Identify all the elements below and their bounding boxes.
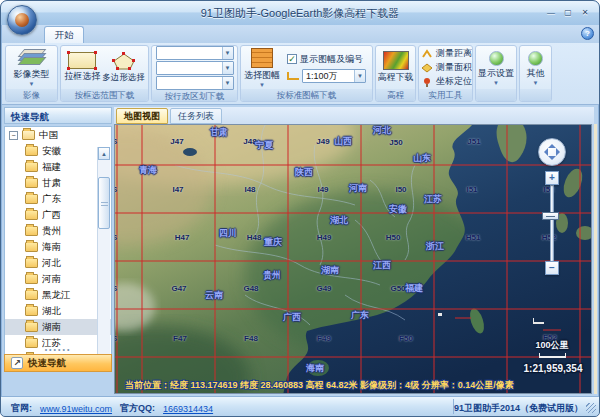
tree-item-安徽[interactable]: 安徽 [5, 143, 111, 159]
province-label: 陕西 [295, 166, 313, 179]
quick-nav-header: 快速导航 [4, 107, 112, 124]
grid-cell-label: I50 [395, 185, 406, 194]
scroll-up-icon[interactable]: ▲ [98, 147, 110, 160]
quick-nav-bottom-button[interactable]: ↗ 快速导航 [4, 354, 112, 372]
pan-down-icon[interactable] [548, 156, 556, 164]
province-label: 河北 [373, 124, 391, 137]
zoom-in-button[interactable]: + [545, 171, 559, 185]
group-caption: 影像 [6, 89, 57, 101]
province-label: 四川 [219, 227, 237, 240]
show-sheet-checkbox-row[interactable]: ✓ 显示图幅及编号 [284, 52, 369, 66]
app-logo-orb-icon[interactable] [7, 5, 37, 35]
province-label: 甘肃 [210, 126, 228, 139]
tree-item-湖南[interactable]: 湖南 [5, 319, 111, 335]
rect-select-icon [68, 52, 96, 69]
ribbon: 影像类型 ▼ 影像 拉框选择 [2, 43, 600, 105]
group-other: 其他 ▼ [519, 45, 552, 102]
help-icon[interactable]: ? [581, 27, 594, 40]
tab-task-list[interactable]: 任务列表 [170, 108, 222, 124]
county-combobox[interactable]: ▼ [156, 76, 234, 90]
tree-item-贵州[interactable]: 贵州 [5, 223, 111, 239]
folder-icon [25, 290, 38, 300]
measure-distance-button[interactable]: 测量距离 [419, 47, 473, 61]
tab-map-view[interactable]: 地图视图 [116, 108, 168, 124]
province-tree-children: 安徽福建甘肃广东广西贵州海南河北河南黑龙江湖北湖南江苏江西吉林 [5, 143, 111, 355]
map-viewport[interactable]: J47J48J49J50J51I47I48I49I50I51I52H47H48H… [114, 124, 592, 394]
zoom-slider-handle[interactable] [542, 212, 559, 220]
chevron-down-icon[interactable]: ▼ [222, 62, 233, 74]
grid-cell-label: J51 [467, 137, 480, 146]
measure-area-button[interactable]: 测量面积 [419, 61, 473, 75]
tree-item-海南[interactable]: 海南 [5, 239, 111, 255]
tree-collapse-icon[interactable]: − [9, 131, 18, 140]
image-type-button[interactable]: 影像类型 ▼ [14, 49, 50, 86]
zoom-slider-track[interactable] [550, 185, 554, 263]
grid-cell-label: I48 [244, 185, 255, 194]
group-caption: 按标准图幅下载 [241, 89, 372, 101]
close-button[interactable]: ✕ [579, 7, 591, 18]
province-combobox[interactable]: ▼ [156, 46, 234, 60]
panel-splitter[interactable]: •••••• [4, 347, 112, 353]
resize-grip[interactable] [586, 403, 596, 413]
checkbox-icon[interactable]: ✓ [287, 54, 297, 64]
tree-item-河南[interactable]: 河南 [5, 271, 111, 287]
elevation-download-button[interactable]: 高程下载 [378, 51, 414, 84]
tree-item-广西[interactable]: 广西 [5, 207, 111, 223]
chevron-down-icon[interactable]: ▼ [354, 70, 365, 82]
grid-cell-label: H51 [466, 233, 481, 242]
province-label: 湖北 [330, 214, 348, 227]
rect-select-button[interactable]: 拉框选择 [64, 52, 100, 83]
group-map-sheet: 选择图幅 ▼ ✓ 显示图幅及编号 1:100万 ▼ [240, 45, 373, 102]
select-sheet-button[interactable]: 选择图幅 ▼ [244, 48, 280, 87]
app-window: 91卫图助手-GoogleEarth影像高程下载器 — ▢ ✕ 开始 ? 影像类… [0, 0, 600, 417]
pan-left-icon[interactable] [540, 148, 548, 156]
tree-item-湖北[interactable]: 湖北 [5, 303, 111, 319]
province-label: 江苏 [424, 193, 442, 206]
area-icon [422, 63, 433, 73]
display-settings-button[interactable]: 显示设置 ▼ [478, 51, 514, 85]
tree-item-福建[interactable]: 福建 [5, 159, 111, 175]
province-label: 江西 [373, 259, 391, 272]
province-label: 宁夏 [255, 139, 273, 152]
province-label: 福建 [405, 282, 423, 295]
group-caption: 按框选范围下载 [61, 89, 148, 101]
map-pan-control[interactable] [538, 138, 566, 166]
site-link[interactable]: www.91weitu.com [40, 404, 112, 414]
tree-item-china[interactable]: − 中国 [5, 127, 111, 143]
pan-right-icon[interactable] [556, 148, 564, 156]
tree-item-河北[interactable]: 河北 [5, 255, 111, 271]
tree-item-黑龙江[interactable]: 黑龙江 [5, 287, 111, 303]
chevron-down-icon[interactable]: ▼ [222, 77, 233, 89]
city-combobox[interactable]: ▼ [156, 61, 234, 75]
tree-item-甘肃[interactable]: 甘肃 [5, 175, 111, 191]
grid-cell-label: 6 [114, 284, 117, 293]
tree-item-广东[interactable]: 广东 [5, 191, 111, 207]
scale-ratio-label: 1:21,959,354 [524, 363, 583, 374]
province-label: 山西 [334, 135, 352, 148]
grid-cell-label: F49 [317, 334, 331, 343]
grid-cell-label: I47 [172, 185, 183, 194]
locate-coordinate-button[interactable]: 坐标定位 [419, 75, 473, 89]
other-button[interactable]: 其他 ▼ [527, 51, 545, 85]
pan-up-icon[interactable] [548, 140, 556, 148]
province-label: 海南 [306, 362, 324, 375]
zoom-out-button[interactable]: − [545, 261, 559, 275]
province-label: 广东 [351, 309, 369, 322]
province-label: 青海 [139, 164, 157, 177]
group-display-settings: 显示设置 ▼ [475, 45, 517, 102]
tab-start[interactable]: 开始 [44, 26, 84, 43]
province-label: 河南 [349, 182, 367, 195]
maximize-button[interactable]: ▢ [562, 7, 574, 18]
open-folder-icon [22, 130, 35, 140]
qq-link[interactable]: 1669314434 [163, 404, 213, 414]
grid-cell-label: 6 [114, 137, 117, 146]
tree-scrollbar[interactable]: ▲ ▼ [97, 147, 110, 355]
scale-combobox[interactable]: 1:100万 ▼ [302, 69, 366, 83]
chevron-down-icon[interactable]: ▼ [222, 47, 233, 59]
scrollbar-thumb[interactable] [98, 177, 110, 229]
polygon-select-button[interactable]: 多边形选择 [102, 52, 145, 84]
grid-cell-label: I51 [466, 185, 477, 194]
minimize-button[interactable]: — [545, 7, 557, 18]
folder-icon [25, 146, 38, 156]
grid-cell-label: G50 [390, 284, 405, 293]
